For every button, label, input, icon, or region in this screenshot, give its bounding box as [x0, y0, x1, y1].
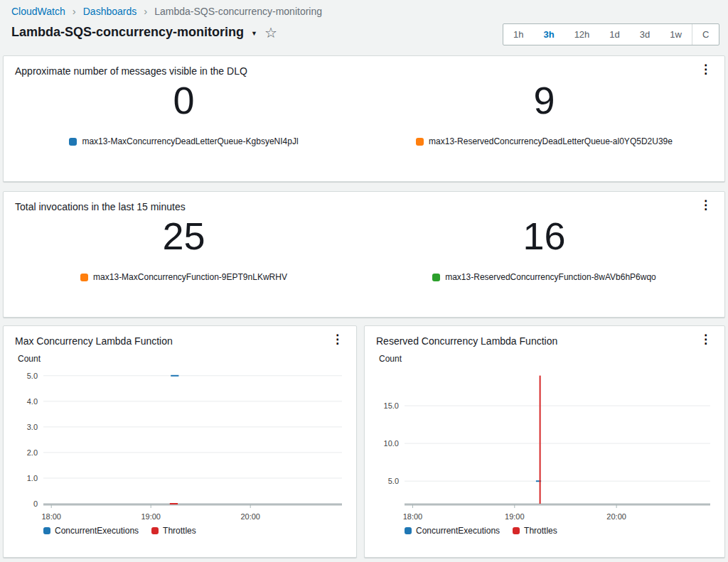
time-range-custom[interactable]: C: [692, 24, 719, 45]
dashboard-actions-caret-icon[interactable]: ▼: [251, 30, 257, 37]
legend-item[interactable]: Throttles: [513, 526, 557, 536]
x-axis-tick-label: 20:00: [229, 512, 272, 522]
legend-item[interactable]: ConcurrentExecutions: [405, 526, 500, 536]
x-axis-tick-label: 19:00: [129, 512, 172, 522]
y-axis-tick-label: 2.0: [15, 448, 38, 458]
legend-item[interactable]: ConcurrentExecutions: [43, 526, 139, 536]
metric-value: 0: [173, 80, 194, 121]
legend-swatch-icon: [416, 138, 424, 146]
y-axis-tick-label: 4.0: [15, 396, 38, 406]
time-range-1w[interactable]: 1w: [660, 24, 692, 45]
chart-plot[interactable]: [43, 368, 342, 506]
chart-legend: ConcurrentExecutions Throttles: [365, 522, 724, 536]
favorite-star-icon[interactable]: ☆: [264, 26, 277, 40]
breadcrumb-separator-icon: ›: [73, 6, 76, 16]
page-title: Lambda-SQS-concurrency-monitoring: [11, 25, 244, 40]
legend-label: max13-MaxConcurrencyDeadLetterQueue-Kgbs…: [82, 136, 298, 146]
time-range-1h[interactable]: 1h: [503, 24, 533, 45]
metric-value: 16: [523, 215, 565, 256]
y-axis-tick-label: 1.0: [15, 473, 38, 483]
metric-column: 9 max13-ReservedConcurrencyDeadLetterQue…: [364, 80, 724, 146]
breadcrumb-link-dashboards[interactable]: Dashboards: [83, 6, 137, 17]
breadcrumb-link-cloudwatch[interactable]: CloudWatch: [11, 6, 65, 17]
legend-item[interactable]: max13-ReservedConcurrencyFunction-8wAVb6…: [432, 272, 656, 282]
widget-options-button[interactable]: ⋮: [695, 333, 716, 345]
y-axis-title: Count: [379, 354, 402, 364]
x-axis-tick-label: 19:00: [493, 512, 536, 522]
kebab-menu-icon: ⋮: [331, 333, 343, 346]
metric-column: 25 max13-MaxConcurrencyFunction-9EPT9nLK…: [4, 215, 364, 282]
widget-dlq-messages: Approximate number of messages visible i…: [3, 55, 725, 182]
widget-options-button[interactable]: ⋮: [327, 333, 348, 345]
time-range-3d[interactable]: 3d: [630, 24, 660, 45]
legend-swatch-icon: [405, 527, 412, 534]
legend-label: max13-MaxConcurrencyFunction-9EPT9nLKwRH…: [93, 272, 287, 282]
metric-value: 25: [162, 215, 205, 256]
y-axis-tick-label: 0: [15, 499, 38, 509]
widget-max-concurrency-chart: Max Concurrency Lambda Function ⋮ Count …: [3, 325, 357, 558]
legend-swatch-icon: [513, 527, 520, 534]
y-axis-tick-label: 15.0: [376, 401, 399, 411]
kebab-menu-icon: ⋮: [700, 63, 712, 76]
x-axis-tick-label: 18:00: [391, 512, 434, 522]
time-range-selector: 1h 3h 12h 1d 3d 1w C: [503, 23, 719, 45]
x-axis-tick-label: 20:00: [595, 512, 638, 522]
legend-item[interactable]: max13-MaxConcurrencyDeadLetterQueue-Kgbs…: [69, 136, 298, 146]
legend-label: Throttles: [524, 526, 557, 536]
time-range-1d[interactable]: 1d: [599, 24, 629, 45]
widget-reserved-concurrency-chart: Reserved Concurrency Lambda Function ⋮ C…: [364, 325, 725, 558]
legend-swatch-icon: [43, 527, 50, 534]
metric-value: 9: [533, 80, 555, 121]
breadcrumb-separator-icon: ›: [144, 6, 147, 16]
chart-area: Count 5.04.03.02.01.0018:0019:0020:00: [15, 347, 345, 522]
time-range-3h[interactable]: 3h: [533, 24, 564, 45]
legend-label: max13-ReservedConcurrencyFunction-8wAVb6…: [445, 272, 656, 282]
kebab-menu-icon: ⋮: [700, 198, 712, 212]
legend-label: max13-ReservedConcurrencyDeadLetterQueue…: [429, 136, 673, 146]
metric-column: 0 max13-MaxConcurrencyDeadLetterQueue-Kg…: [4, 80, 364, 146]
breadcrumb: CloudWatch › Dashboards › Lambda-SQS-con…: [11, 6, 322, 17]
kebab-menu-icon: ⋮: [700, 333, 712, 346]
y-axis-title: Count: [18, 354, 41, 364]
legend-item[interactable]: max13-ReservedConcurrencyDeadLetterQueue…: [416, 136, 673, 146]
y-axis-tick-label: 10.0: [376, 438, 399, 448]
breadcrumb-current: Lambda-SQS-concurrency-monitoring: [154, 6, 322, 17]
legend-swatch-icon: [432, 274, 440, 281]
widget-title: Reserved Concurrency Lambda Function: [376, 335, 557, 347]
widget-title: Approximate number of messages visible i…: [15, 65, 247, 77]
legend-swatch-icon: [69, 138, 77, 146]
legend-label: ConcurrentExecutions: [416, 526, 500, 536]
widget-title: Total invocations in the last 15 minutes: [15, 200, 186, 212]
y-axis-tick-label: 5.0: [376, 476, 399, 486]
legend-label: Throttles: [163, 526, 196, 536]
legend-label: ConcurrentExecutions: [55, 526, 139, 536]
metric-column: 16 max13-ReservedConcurrencyFunction-8wA…: [364, 215, 724, 282]
chart-plot[interactable]: [405, 368, 710, 506]
legend-item[interactable]: Throttles: [151, 526, 196, 536]
widget-total-invocations: Total invocations in the last 15 minutes…: [3, 191, 725, 318]
legend-item[interactable]: max13-MaxConcurrencyFunction-9EPT9nLKwRH…: [80, 272, 287, 282]
x-axis-tick-label: 18:00: [30, 512, 73, 522]
legend-swatch-icon: [80, 274, 88, 281]
legend-swatch-icon: [151, 527, 159, 534]
widget-options-button[interactable]: ⋮: [695, 199, 716, 211]
chart-legend: ConcurrentExecutions Throttles: [4, 522, 356, 536]
widget-title: Max Concurrency Lambda Function: [15, 335, 173, 347]
time-range-12h[interactable]: 12h: [564, 24, 600, 45]
chart-area: Count 15.010.05.018:0019:0020:00: [376, 347, 713, 522]
widget-options-button[interactable]: ⋮: [695, 63, 716, 75]
y-axis-tick-label: 5.0: [15, 371, 38, 381]
y-axis-tick-label: 3.0: [15, 422, 38, 432]
